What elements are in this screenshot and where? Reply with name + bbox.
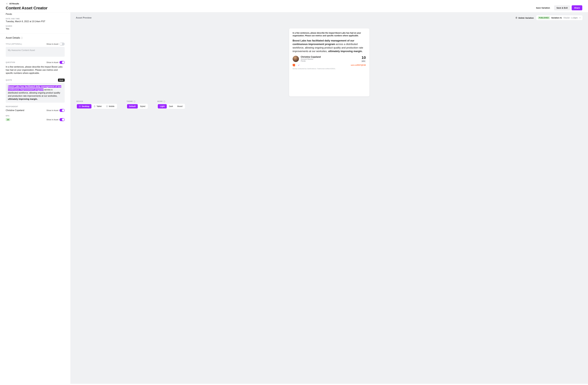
title-toggle[interactable] — [60, 42, 65, 46]
main-layout: Pendo DATE AND TIME Tuesday, March 8, 20… — [0, 12, 588, 384]
respondent-show-in-asset: Show in Asset — [46, 109, 65, 112]
device-control-group: DEVICE Desktop Tablet Mobile — [76, 100, 117, 109]
question-field-row: QUESTION Show in Asset — [6, 61, 65, 64]
bold-tooltip: Bold — [58, 78, 65, 82]
checkmark-logo-icon: ✓ — [298, 64, 300, 66]
respondent-value-row: Christine Copeland Show in Asset — [6, 109, 65, 112]
title-show-in-asset: Show in Asset — [46, 42, 65, 46]
theme-default-button[interactable]: Default — [127, 104, 138, 109]
respondent-field-row: RESPONDENT — [6, 106, 65, 108]
quote-label: QUOTE — [6, 79, 12, 81]
asset-details-title: Asset Details i — [6, 37, 65, 39]
device-mobile-button[interactable]: Mobile — [104, 104, 117, 109]
theme-label: THEMEi — [126, 100, 148, 102]
asset-bottom: ✓ uevi.co/9557QKSB — [293, 64, 366, 66]
preview-actions: Delete Variation PUBLISHED Variation #1 … — [515, 15, 583, 20]
respondent-value: Christine Copeland — [6, 109, 24, 112]
nps-label: NPS — [6, 115, 9, 117]
left-panel: Pendo DATE AND TIME Tuesday, March 8, 20… — [0, 12, 70, 384]
page-header: All Results Content Asset Creator Save V… — [0, 0, 588, 12]
preview-area: In a few sentences, please describe the … — [76, 23, 583, 96]
person-company: Pendo — [301, 60, 321, 62]
right-panel: Asset Preview Delete Variation PUBLISHED… — [70, 12, 588, 384]
person-role: Account Director — [301, 58, 321, 60]
datetime-label: DATE AND TIME — [6, 18, 65, 20]
svg-rect-1 — [94, 106, 95, 107]
nps-toggle[interactable] — [60, 118, 65, 121]
header-actions: Save Variation Save & Exit Share — [534, 5, 582, 10]
short-link: uevi.co/9557QKSB — [351, 64, 366, 66]
respondent-toggle[interactable] — [60, 109, 65, 112]
theme-styled-button[interactable]: Styled — [138, 104, 147, 109]
mode-label: MODEi — [157, 100, 185, 102]
trash-icon — [515, 17, 518, 19]
nps-field-row: NPS — [6, 115, 65, 117]
theme-seg-control: Default Styled — [126, 104, 148, 109]
person-info: Christine Copeland Account Director Pend… — [301, 56, 321, 62]
mode-dark-button[interactable]: Dark — [167, 104, 175, 109]
nps-badge: 10 — [6, 118, 10, 121]
page-title: Content Asset Creator — [6, 6, 582, 10]
brand-logo-icon — [293, 64, 295, 66]
question-text: In a few sentences, please describe the … — [6, 65, 65, 75]
svg-rect-0 — [79, 106, 81, 107]
person-name: Christine Copeland — [301, 56, 321, 58]
datetime-block: DATE AND TIME Tuesday, March 8, 2022 at … — [6, 17, 65, 25]
arrow-left-icon — [6, 2, 8, 5]
company-value: Pendo — [6, 13, 65, 15]
asset-question: In a few sentences, please describe the … — [293, 32, 366, 37]
save-variation-button[interactable]: Save Variation — [534, 5, 552, 10]
asset-quote: Boost Labs has facilitated daily managem… — [293, 39, 366, 53]
quote-selection: Boost Labs has facilitated daily managem… — [8, 85, 61, 91]
mode-brand-button[interactable]: Brand — [175, 104, 185, 109]
title-label: TITLE (OPTIONAL) — [6, 43, 22, 45]
named-value: Yes — [6, 28, 65, 30]
device-label: DEVICE — [76, 100, 117, 102]
device-desktop-button[interactable]: Desktop — [77, 104, 91, 109]
logos: ✓ — [293, 64, 300, 66]
device-seg-control: Desktop Tablet Mobile — [76, 104, 117, 109]
title-field-row: TITLE (OPTIONAL) Show in Asset — [6, 42, 65, 46]
nps-score-section: 10 NPS — [361, 56, 366, 62]
nps-value-row: 10 Show in Asset — [6, 118, 65, 121]
mode-control-group: MODEi Light Dark Brand — [157, 100, 185, 109]
info-icon[interactable]: i — [21, 37, 23, 39]
asset-card: In a few sentences, please describe the … — [289, 28, 369, 96]
info-icon[interactable]: i — [163, 100, 165, 102]
info-icon[interactable]: i — [133, 100, 135, 102]
mode-seg-control: Light Dark Brand — [157, 104, 185, 109]
avatar — [293, 56, 299, 62]
preview-title: Asset Preview — [76, 17, 91, 19]
mobile-icon — [106, 105, 108, 107]
svg-rect-2 — [106, 106, 107, 107]
save-exit-button[interactable]: Save & Exit — [554, 5, 570, 10]
back-link-label: All Results — [9, 2, 19, 5]
delete-variation-button[interactable]: Delete Variation — [515, 17, 534, 19]
respondent-label: RESPONDENT — [6, 106, 18, 108]
preview-header: Asset Preview Delete Variation PUBLISHED… — [76, 15, 583, 20]
status-badge: PUBLISHED — [538, 17, 550, 19]
section-divider — [0, 34, 70, 34]
datetime-value: Tuesday, March 8, 2022 at 10:14am PST — [6, 20, 65, 23]
question-toggle[interactable] — [60, 61, 65, 64]
quote-field-row: QUOTE Bold — [6, 78, 65, 82]
question-label: QUESTION — [6, 61, 15, 63]
share-button[interactable]: Share — [572, 5, 582, 10]
named-block: NAMED Yes — [6, 25, 65, 32]
named-label: NAMED — [6, 25, 65, 27]
nps-score: 10 — [361, 56, 366, 60]
device-tablet-button[interactable]: Tablet — [91, 104, 104, 109]
nps-show-in-asset: Show in Asset — [46, 118, 65, 121]
title-input[interactable] — [6, 47, 65, 57]
variation-name: Variation #1 — [551, 17, 562, 19]
variation-dropdown[interactable]: PUBLISHED Variation #1 7/21/22 - 1:23pm — [536, 15, 583, 20]
nps-tag: NPS — [361, 60, 366, 62]
bottom-controls: DEVICE Desktop Tablet Mobile — [76, 100, 583, 109]
asset-disclaimer: Survey conducted by UserEvidence. Testim… — [293, 68, 366, 69]
quote-input[interactable]: Boost Labs has facilitated daily managem… — [6, 83, 65, 103]
mode-light-button[interactable]: Light — [158, 104, 167, 109]
theme-control-group: THEMEi Default Styled — [126, 100, 148, 109]
variation-date: 7/21/22 - 1:23pm — [563, 17, 578, 19]
asset-footer: Christine Copeland Account Director Pend… — [293, 56, 366, 62]
back-link[interactable]: All Results — [6, 2, 582, 5]
